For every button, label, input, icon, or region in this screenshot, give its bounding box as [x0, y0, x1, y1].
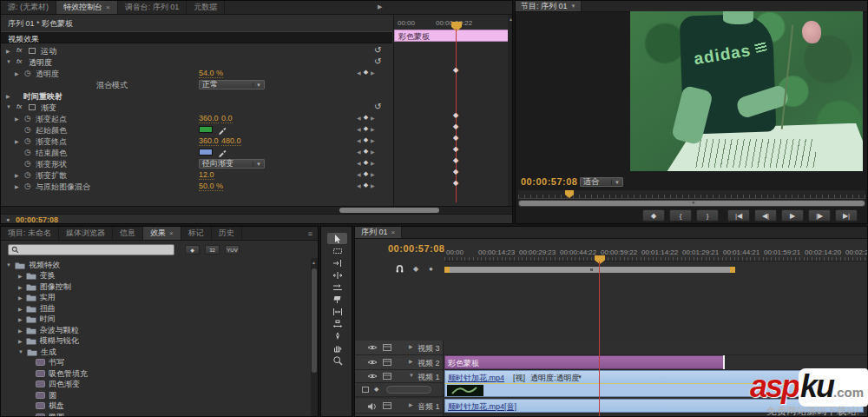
track-header-video3[interactable]: ▶ 视频 3 — [355, 341, 444, 355]
param-row-ramp-end[interactable]: ▶ ◷ 渐变终点 360.0 480.0 ◀◆▶ — [1, 136, 392, 147]
tab-effect-controls[interactable]: 特效控制台× — [56, 1, 118, 14]
set-display-style-icon[interactable] — [383, 402, 391, 409]
tree-item-folder[interactable]: ▶模糊与锐化 — [18, 335, 79, 346]
close-icon[interactable]: × — [169, 229, 174, 237]
ramp-end-y[interactable]: 480.0 — [221, 136, 241, 146]
keyframe-icon[interactable]: ◆ — [453, 122, 458, 130]
start-color-swatch[interactable] — [199, 126, 213, 133]
tab-markers[interactable]: 标记 — [181, 227, 212, 240]
ramp-shape-select[interactable]: 径向渐变 ▼ — [199, 159, 265, 169]
program-mini-ruler[interactable] — [518, 190, 865, 199]
eyedropper-icon[interactable] — [218, 126, 227, 135]
work-area-bar[interactable] — [444, 267, 735, 273]
effect-row-ramp-group[interactable]: ▼ fx 渐变 ↺ — [1, 102, 392, 113]
blend-original-value[interactable]: 50.0 % — [199, 182, 223, 191]
track-option-slider[interactable] — [386, 386, 431, 394]
slide-tool[interactable] — [327, 318, 347, 329]
tree-item-folder[interactable]: ▼生成 — [18, 347, 56, 357]
scrollbar-thumb[interactable] — [339, 208, 439, 213]
tab-source[interactable]: 源: (无素材) — [1, 1, 56, 14]
ramp-end-x[interactable]: 360.0 — [199, 136, 219, 146]
stopwatch-icon[interactable]: ◷ — [24, 148, 31, 156]
set-display-style-icon[interactable] — [383, 359, 391, 366]
tab-audio-mixer[interactable]: 调音台: 序列 01 — [118, 1, 187, 14]
expander-icon[interactable]: ▶ — [18, 328, 23, 334]
end-color-swatch[interactable] — [199, 149, 213, 156]
timeline-timecode[interactable]: 00:00:57:08 — [388, 243, 444, 254]
toggle-track-output-icon[interactable] — [367, 359, 378, 366]
blend-mode-select[interactable]: 正常 ▼ — [199, 80, 265, 89]
program-timecode[interactable]: 00:00:57:08 — [521, 176, 577, 187]
reset-icon[interactable]: ↺ — [374, 102, 381, 111]
32bit-filter-button[interactable]: 32 — [205, 245, 220, 255]
expander-icon[interactable]: ▼ — [409, 373, 414, 378]
tree-item-folder[interactable]: ▼视频特效 — [6, 260, 60, 270]
expander-icon[interactable]: ▶ — [15, 116, 19, 122]
param-row-start-color[interactable]: ◷ 起始颜色 ◀◆▶ — [1, 124, 392, 136]
ramp-start-y[interactable]: 0.0 — [221, 114, 233, 123]
keyframe-nav[interactable]: ◀◆▶ — [357, 69, 375, 76]
goto-out-button[interactable]: ▶| — [835, 209, 858, 222]
tree-item-effect[interactable]: 书写 — [36, 357, 64, 367]
tab-media-browser[interactable]: 媒体浏览器 — [59, 227, 113, 240]
matte-clip-bar[interactable]: 彩色蒙板 — [394, 30, 509, 42]
expander-icon[interactable]: ▶ — [409, 343, 413, 349]
expander-icon[interactable]: ▶ — [15, 70, 19, 76]
keyframe-icon[interactable]: ◆ — [453, 134, 458, 142]
ramp-scatter-value[interactable]: 12.0 — [199, 170, 214, 180]
play-button[interactable]: ▶ — [781, 209, 804, 222]
expander-icon[interactable]: ▶ — [18, 295, 23, 301]
opacity-value[interactable]: 54.0 % — [199, 69, 223, 78]
expander-icon[interactable]: ▶ — [15, 138, 19, 144]
tab-sequence[interactable]: 序列 01 × — [355, 227, 402, 238]
search-input[interactable] — [22, 246, 171, 255]
stopwatch-icon[interactable]: ◷ — [24, 159, 31, 168]
tab-metadata[interactable]: 元数据 — [187, 1, 225, 14]
tab-project[interactable]: 项目: 未命名 — [1, 227, 59, 240]
track-header-audio2[interactable]: ▶ 音频 2 — [355, 414, 444, 417]
set-marker-button[interactable]: ● — [429, 265, 433, 273]
set-encore-marker-button[interactable]: ◆ — [413, 265, 418, 273]
param-row-blend-original[interactable]: ▶ ◷ 与原始图像混合 50.0 % ◀◆▶ — [1, 181, 392, 192]
tab-effects[interactable]: 效果× — [143, 227, 181, 240]
keyframe-nav[interactable]: ◀◆▶ — [357, 170, 375, 177]
expander-icon[interactable]: ▶ — [18, 284, 23, 290]
expander-icon[interactable]: ▶ — [15, 172, 19, 178]
keyframe-nav[interactable]: ◀◆▶ — [357, 125, 375, 132]
timeline-playhead-marker[interactable] — [595, 255, 605, 264]
keyframe-icon[interactable]: ◆ — [453, 179, 458, 187]
scroll-up-icon[interactable]: ▲ — [312, 260, 316, 265]
param-row-end-color[interactable]: ◷ 结束颜色 ◀◆▶ — [1, 147, 392, 158]
expander-icon[interactable]: ▶ — [6, 93, 10, 99]
tree-item-effect[interactable]: 吸色管填充 — [36, 368, 88, 379]
effects-vscrollbar[interactable]: ▲ — [311, 258, 318, 417]
rate-stretch-tool[interactable] — [327, 281, 347, 293]
panel-menu-icon[interactable]: ≡ — [308, 229, 312, 238]
tree-item-folder[interactable]: ▶实用 — [18, 292, 56, 302]
accelerated-effects-filter-button[interactable]: ◆ — [185, 245, 200, 255]
keyframe-icon[interactable]: ◆ — [453, 111, 458, 119]
zoom-tool[interactable] — [327, 354, 347, 366]
keyframe-icon[interactable]: ◆ — [453, 145, 458, 153]
step-forward-button[interactable]: |▶ — [808, 209, 831, 222]
hand-tool[interactable] — [327, 342, 347, 354]
tree-item-folder[interactable]: ▶变换 — [18, 270, 56, 281]
expander-icon[interactable]: ▼ — [6, 59, 11, 64]
snap-button[interactable] — [395, 264, 404, 274]
tree-item-effect[interactable]: 椭圆 — [36, 412, 64, 417]
close-icon[interactable]: × — [106, 3, 110, 11]
fx-hscrollbar[interactable] — [1, 206, 513, 214]
stopwatch-icon[interactable]: ◷ — [24, 69, 31, 77]
timeline-ruler[interactable]: 00:00 00:00:14:23 00:00:29:23 00:00:44:2… — [444, 248, 868, 261]
fx-vscrollbar[interactable]: ▲ — [508, 15, 513, 206]
selection-tool[interactable] — [327, 233, 347, 244]
ramp-start-x[interactable]: 360.0 — [199, 114, 219, 123]
param-row-ramp-scatter[interactable]: ▶ ◷ 渐变扩散 12.0 ◀◆▶ — [1, 169, 392, 181]
rolling-edit-tool[interactable] — [327, 269, 347, 281]
clip-effect-badge[interactable]: 透明度:透明度 — [530, 373, 580, 383]
param-row-opacity[interactable]: ▶ ◷ 透明度 54.0 % ◀◆▶ — [1, 68, 392, 79]
effect-row-opacity-group[interactable]: ▼ fx 透明度 ↺ — [1, 56, 392, 68]
param-row-ramp-start[interactable]: ▶ ◷ 渐变起点 360.0 0.0 ◀◆▶ — [1, 113, 392, 124]
toggle-track-output-icon[interactable] — [367, 344, 378, 351]
eyedropper-icon[interactable] — [218, 149, 227, 157]
